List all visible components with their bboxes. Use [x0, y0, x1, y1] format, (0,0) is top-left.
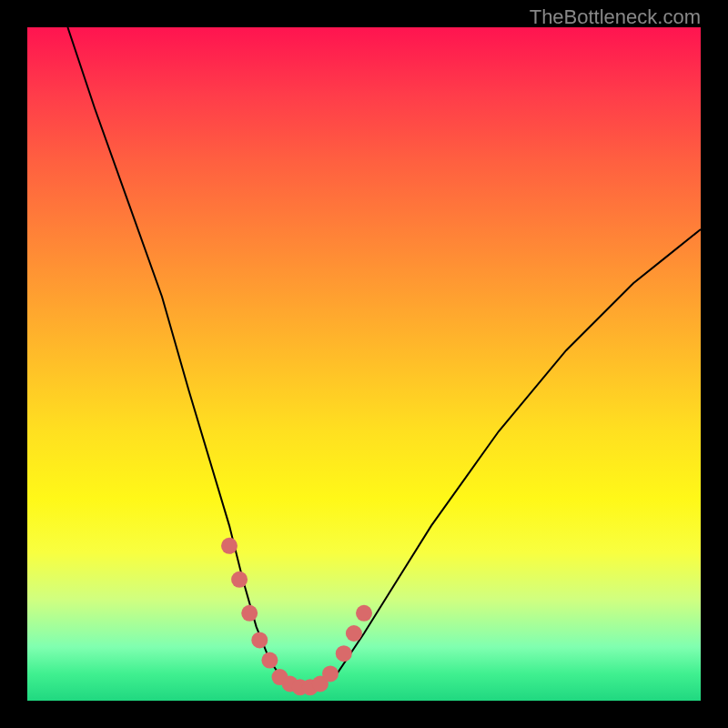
highlight-dots-group: [221, 538, 372, 695]
highlight-dot: [346, 625, 362, 642]
highlight-dot: [241, 605, 258, 622]
highlight-dot: [336, 645, 352, 662]
watermark-text: TheBottleneck.com: [530, 5, 701, 29]
highlight-dot: [261, 652, 278, 669]
highlight-dot: [231, 571, 248, 588]
highlight-dot: [356, 605, 372, 622]
highlight-dot: [322, 665, 339, 682]
chart-plot-area: [27, 27, 701, 701]
highlight-dot: [221, 538, 238, 554]
bottleneck-chart: [27, 27, 701, 701]
highlight-dot: [251, 632, 268, 648]
bottleneck-curve-line: [67, 27, 701, 687]
